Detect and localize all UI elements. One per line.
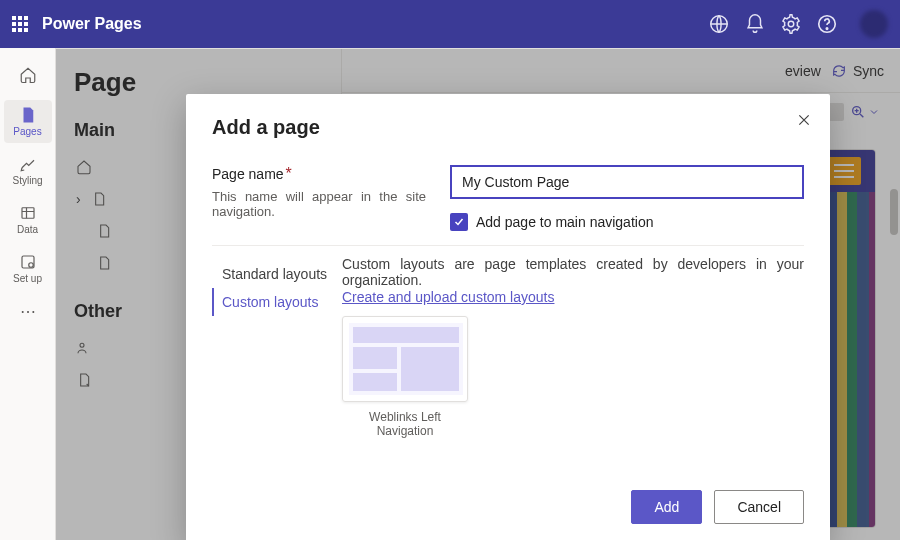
dialog-title: Add a page [212, 116, 804, 139]
product-name: Power Pages [42, 15, 142, 33]
rail-more[interactable]: ⋯ [4, 296, 52, 327]
layout-card-label: Weblinks Left Navigation [342, 410, 468, 439]
left-rail: Pages Styling Data Set up ⋯ [0, 48, 56, 540]
avatar[interactable] [860, 10, 888, 38]
svg-point-3 [826, 28, 827, 29]
rail-data-label: Data [17, 224, 38, 235]
page-name-help: This name will appear in the site naviga… [212, 189, 426, 219]
rail-styling[interactable]: Styling [4, 149, 52, 192]
custom-layouts-desc: Custom layouts are page templates create… [342, 256, 804, 288]
workspace: eview Sync Page Main › Othe [56, 48, 900, 540]
svg-point-6 [28, 263, 33, 268]
help-icon[interactable] [816, 13, 838, 35]
layout-tabs: Standard layouts Custom layouts [212, 256, 336, 490]
tab-standard-layouts[interactable]: Standard layouts [212, 260, 336, 288]
rail-pages[interactable]: Pages [4, 100, 52, 143]
app-header: Power Pages [0, 0, 900, 48]
page-name-input[interactable] [450, 165, 804, 199]
page-name-label: Page name [212, 166, 284, 182]
upload-layouts-link[interactable]: Create and upload custom layouts [342, 289, 554, 305]
settings-icon[interactable] [780, 13, 802, 35]
svg-rect-4 [22, 208, 34, 219]
add-page-dialog: Add a page Page name* This name will app… [186, 94, 830, 540]
app-launcher-icon[interactable] [12, 16, 28, 32]
rail-setup[interactable]: Set up [4, 247, 52, 290]
cancel-button[interactable]: Cancel [714, 490, 804, 524]
rail-data[interactable]: Data [4, 198, 52, 241]
svg-point-1 [788, 21, 794, 27]
layout-card[interactable] [342, 316, 468, 402]
layout-thumbnail [349, 323, 463, 395]
environment-icon[interactable] [708, 13, 730, 35]
add-button[interactable]: Add [631, 490, 702, 524]
tab-custom-layouts[interactable]: Custom layouts [212, 288, 336, 316]
rail-pages-label: Pages [13, 126, 41, 137]
divider [212, 245, 804, 246]
close-icon[interactable] [796, 112, 812, 132]
rail-setup-label: Set up [13, 273, 42, 284]
required-mark: * [286, 165, 292, 182]
notifications-icon[interactable] [744, 13, 766, 35]
add-to-nav-checkbox[interactable] [450, 213, 468, 231]
home-icon[interactable] [19, 60, 37, 94]
add-to-nav-label: Add page to main navigation [476, 214, 653, 230]
rail-styling-label: Styling [12, 175, 42, 186]
